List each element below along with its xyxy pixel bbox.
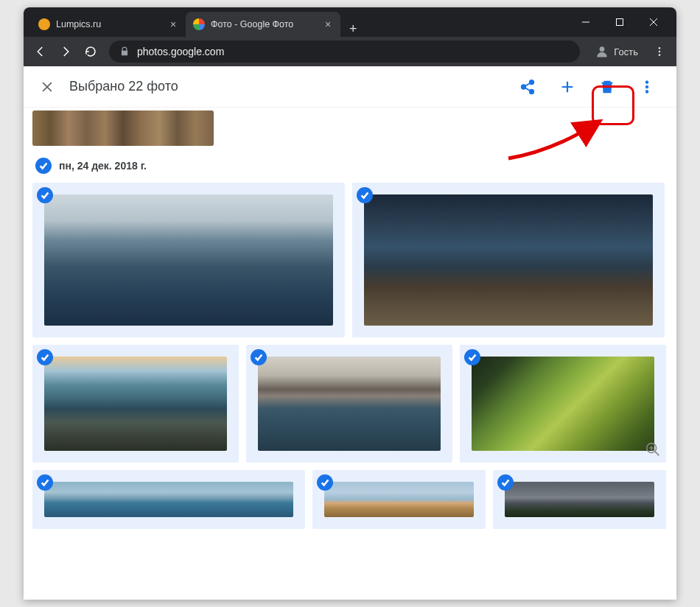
close-icon[interactable]: × bbox=[323, 19, 333, 29]
titlebar: Lumpics.ru × Фото - Google Фото × + bbox=[24, 7, 676, 37]
svg-point-7 bbox=[659, 54, 661, 56]
date-group-header[interactable]: пн, 24 дек. 2018 г. bbox=[32, 150, 668, 183]
person-icon bbox=[595, 44, 609, 59]
check-icon[interactable] bbox=[464, 349, 480, 365]
browser-window: Lumpics.ru × Фото - Google Фото × + phot… bbox=[24, 7, 676, 600]
check-icon bbox=[35, 158, 52, 174]
dots-vertical-icon bbox=[639, 79, 655, 95]
dots-vertical-icon bbox=[654, 46, 665, 57]
favicon-lumpics bbox=[38, 18, 50, 30]
photo-thumbnail[interactable] bbox=[32, 183, 345, 337]
toolbar: photos.google.com Гость bbox=[24, 37, 676, 66]
svg-rect-1 bbox=[617, 19, 623, 26]
check-icon[interactable] bbox=[317, 474, 333, 491]
photo-thumbnail[interactable] bbox=[312, 470, 486, 529]
svg-point-11 bbox=[522, 85, 526, 89]
svg-point-21 bbox=[645, 90, 648, 93]
lock-icon bbox=[119, 46, 130, 57]
photo-row-1 bbox=[32, 183, 668, 337]
close-icon bbox=[40, 80, 55, 94]
forward-button[interactable] bbox=[55, 41, 77, 63]
photo-thumbnail[interactable] bbox=[352, 183, 665, 337]
photo-image bbox=[505, 482, 654, 517]
tab-title: Фото - Google Фото bbox=[211, 19, 317, 29]
tab-strip: Lumpics.ru × Фото - Google Фото × + bbox=[24, 7, 569, 37]
url-text: photos.google.com bbox=[137, 46, 224, 57]
photo-thumbnail[interactable] bbox=[246, 345, 452, 463]
photo-image bbox=[32, 110, 214, 146]
trash-icon bbox=[599, 79, 615, 95]
photo-row-prev bbox=[32, 110, 668, 146]
photo-thumbnail[interactable] bbox=[493, 470, 666, 529]
share-button[interactable] bbox=[513, 72, 542, 102]
delete-button[interactable] bbox=[592, 72, 622, 102]
tab-title: Lumpics.ru bbox=[56, 19, 162, 29]
address-bar[interactable]: photos.google.com bbox=[109, 41, 580, 63]
back-button[interactable] bbox=[29, 41, 52, 63]
plus-icon bbox=[559, 79, 575, 95]
photo-thumbnail[interactable] bbox=[460, 345, 666, 463]
window-controls bbox=[569, 7, 676, 37]
svg-point-4 bbox=[600, 46, 605, 52]
browser-menu-button[interactable] bbox=[648, 41, 671, 63]
close-window-button[interactable] bbox=[637, 7, 671, 37]
photo-image bbox=[258, 357, 441, 451]
photo-image bbox=[472, 357, 654, 451]
photo-thumbnail[interactable] bbox=[32, 345, 239, 463]
svg-line-23 bbox=[655, 452, 659, 456]
photo-image bbox=[44, 357, 227, 451]
tab-lumpics[interactable]: Lumpics.ru × bbox=[31, 12, 186, 37]
photo-thumbnail[interactable] bbox=[32, 470, 305, 529]
photo-image bbox=[324, 482, 474, 517]
selection-count: Выбрано 22 фото bbox=[69, 79, 500, 94]
deselect-button[interactable] bbox=[38, 78, 56, 96]
photo-row-2 bbox=[32, 345, 668, 463]
selection-appbar: Выбрано 22 фото bbox=[24, 66, 676, 108]
svg-point-19 bbox=[645, 80, 648, 83]
magnify-plus-icon bbox=[643, 439, 663, 460]
svg-point-20 bbox=[645, 85, 648, 88]
new-tab-button[interactable]: + bbox=[340, 21, 366, 37]
maximize-button[interactable] bbox=[603, 7, 637, 37]
share-icon bbox=[519, 79, 536, 95]
svg-line-14 bbox=[525, 88, 530, 91]
minimize-button[interactable] bbox=[569, 7, 603, 37]
photo-image bbox=[44, 482, 293, 517]
photo-image bbox=[44, 194, 333, 326]
photo-grid: пн, 24 дек. 2018 г. bbox=[24, 108, 676, 532]
profile-label: Гость bbox=[614, 46, 638, 57]
favicon-gphotos bbox=[193, 18, 205, 30]
check-icon[interactable] bbox=[37, 474, 53, 491]
more-options-button[interactable] bbox=[632, 72, 662, 102]
close-icon[interactable]: × bbox=[168, 19, 178, 29]
profile-button[interactable]: Гость bbox=[587, 41, 645, 62]
svg-point-6 bbox=[659, 51, 661, 53]
photo-image bbox=[364, 194, 653, 326]
add-to-button[interactable] bbox=[553, 72, 582, 102]
page-content: Выбрано 22 фото bbox=[24, 66, 676, 600]
check-icon[interactable] bbox=[251, 349, 267, 365]
svg-point-5 bbox=[659, 47, 661, 49]
svg-line-13 bbox=[525, 83, 530, 85]
date-label: пн, 24 дек. 2018 г. bbox=[59, 160, 147, 172]
reload-button[interactable] bbox=[80, 41, 102, 63]
photo-thumbnail[interactable] bbox=[32, 110, 214, 146]
svg-point-12 bbox=[530, 89, 534, 94]
photo-row-3 bbox=[32, 470, 668, 529]
svg-point-10 bbox=[530, 80, 534, 84]
check-icon[interactable] bbox=[37, 349, 53, 365]
check-icon[interactable] bbox=[357, 187, 373, 203]
check-icon[interactable] bbox=[497, 474, 514, 491]
tab-google-photos[interactable]: Фото - Google Фото × bbox=[186, 12, 340, 37]
check-icon[interactable] bbox=[37, 187, 53, 203]
appbar-actions bbox=[513, 72, 662, 102]
